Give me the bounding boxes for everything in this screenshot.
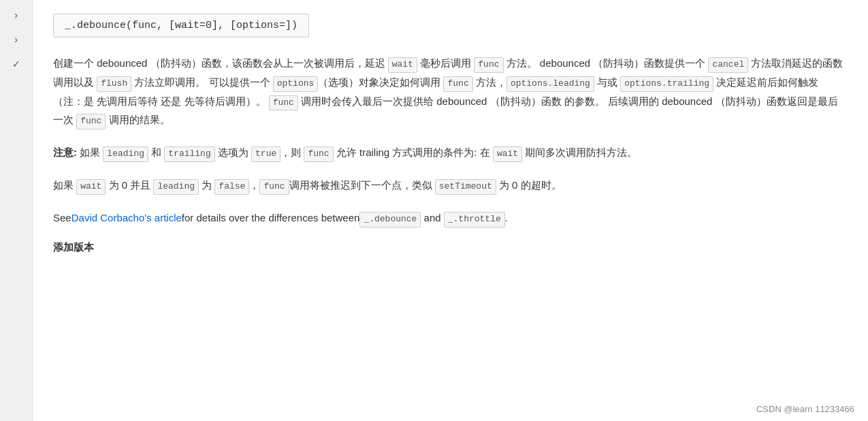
section-title: 添加版本: [53, 241, 848, 254]
wait-code-2: wait: [493, 146, 522, 162]
desc1-text11: 调用的结果。: [106, 114, 170, 125]
desc2-text4: ，则: [280, 146, 304, 158]
description-para4: SeeDavid Corbacho's articlefor details o…: [53, 208, 848, 228]
cancel-code: cancel: [708, 57, 748, 73]
flush-code: flush: [97, 76, 131, 92]
desc2-text3: 选项为: [215, 146, 251, 158]
desc1-text8: 与或: [594, 76, 620, 88]
function-signature: _.debounce(func, [wait=0], [options=]): [53, 14, 309, 37]
func-code-2: func: [443, 76, 472, 92]
note-label: 注意:: [53, 146, 77, 158]
desc1-text7: 方法，: [473, 76, 507, 88]
main-content: _.debounce(func, [wait=0], [options=]) 创…: [33, 0, 868, 421]
end-text: .: [505, 212, 508, 223]
options-code: options: [273, 76, 319, 92]
sidebar-arrow-3[interactable]: ✓: [10, 56, 23, 72]
leading-code-2: leading: [153, 179, 199, 195]
page-wrapper: › › ✓ _.debounce(func, [wait=0], [option…: [0, 0, 868, 421]
wait-code-3: wait: [76, 179, 106, 195]
desc2-text5: 允许 trailing 方式调用的条件为: 在: [334, 146, 493, 158]
desc3-text5: 调用将被推迟到下一个点，类似: [289, 179, 435, 191]
sidebar: › › ✓: [0, 0, 33, 421]
middle-text: for details over the differences between: [182, 212, 360, 223]
desc3-text3: 为: [199, 179, 214, 191]
desc2-text2: 和: [148, 146, 164, 158]
watermark: CSDN @learn 11233466: [756, 404, 854, 414]
and-text: and: [421, 212, 443, 223]
description-para1: 创建一个 debounced （防抖动）函数，该函数会从上一次被调用后，延迟 w…: [53, 54, 848, 129]
desc3-text1: 如果: [53, 179, 76, 191]
desc3-text6: 为 0 的超时。: [496, 179, 562, 191]
false-code: false: [214, 179, 249, 195]
wait-code-1: wait: [388, 57, 417, 73]
func-code-3: func: [269, 95, 298, 111]
desc2-text6: 期间多次调用防抖方法。: [522, 146, 637, 158]
throttle-code-link: _.throttle: [444, 212, 505, 228]
description-para3: 如果 wait 为 0 并且 leading 为 false，func调用将被推…: [53, 176, 848, 195]
sidebar-arrow-1[interactable]: ›: [12, 7, 20, 23]
trailing-code-1: trailing: [164, 146, 214, 162]
func-code-5: func: [304, 146, 333, 162]
func-code-1: func: [474, 57, 503, 73]
desc1-text6: （选项）对象决定如何调用: [318, 76, 443, 88]
corbacho-link[interactable]: David Corbacho's article: [71, 212, 182, 223]
func-code-6: func: [259, 179, 289, 195]
desc3-text2: 为 0 并且: [106, 179, 153, 191]
options-trailing-code: options.trailing: [620, 76, 713, 92]
sidebar-arrow-2[interactable]: ›: [12, 31, 20, 48]
description-para2: 注意: 如果 leading 和 trailing 选项为 true，则 fun…: [53, 143, 848, 162]
debounce-code-link: _.debounce: [359, 212, 421, 228]
desc2-text1: 如果: [77, 146, 103, 158]
leading-code-1: leading: [103, 146, 148, 162]
desc3-text4: ，: [249, 179, 259, 191]
desc1-text3: 方法。 debounced （防抖动）函数提供一个: [504, 57, 709, 69]
options-leading-code: options.leading: [507, 76, 594, 92]
func-code-4: func: [76, 114, 106, 129]
settimeout-code: setTimeout: [435, 179, 496, 195]
see-text: See: [53, 212, 71, 223]
desc1-text2: 毫秒后调用: [417, 57, 474, 69]
desc1-text5: 方法立即调用。 可以提供一个: [131, 76, 273, 88]
desc1-text1: 创建一个 debounced （防抖动）函数，该函数会从上一次被调用后，延迟: [53, 57, 388, 69]
true-code: true: [251, 146, 280, 162]
